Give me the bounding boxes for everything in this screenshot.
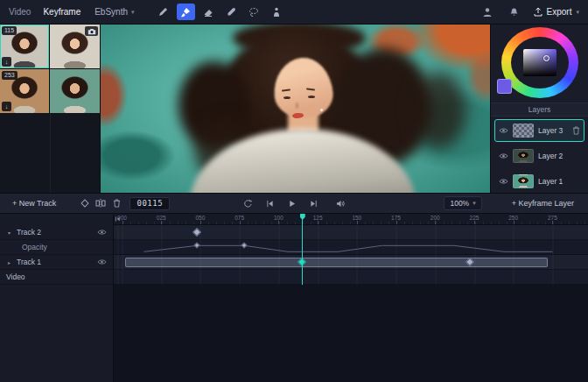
ruler-tick: 250 [514, 214, 553, 224]
keyframe-thumbnail[interactable]: 253 ↓ [0, 69, 49, 113]
eraser-tool-button[interactable] [200, 4, 218, 20]
track-visibility-button[interactable] [97, 258, 107, 265]
lasso-icon [248, 7, 259, 18]
prev-frame-button[interactable] [263, 195, 276, 211]
saturation-value-square[interactable] [523, 49, 556, 76]
keyframe-thumbnail[interactable]: 115 ↓ [0, 25, 49, 68]
track1-clip[interactable] [125, 258, 548, 267]
split-clip-button[interactable] [93, 195, 108, 211]
opacity-row[interactable] [114, 240, 588, 255]
layer-thumbnail [513, 124, 534, 138]
layer-name: Layer 1 [538, 177, 563, 186]
timeline-ruler[interactable]: 000 025 050 075 100 125 150 175 200 225 … [114, 214, 588, 225]
trash-icon [572, 126, 580, 135]
keyframe-diamond-icon [80, 198, 90, 209]
loop-icon [243, 199, 253, 209]
lasso-tool-button[interactable] [245, 4, 263, 20]
canvas-viewport[interactable] [101, 25, 490, 193]
tab-keyframe[interactable]: Keyframe [43, 7, 80, 17]
ruler-tick: 275 [552, 214, 588, 224]
skip-forward-icon [310, 200, 318, 208]
play-button[interactable] [285, 195, 298, 211]
eye-icon [97, 258, 107, 265]
ruler-tick: 175 [396, 214, 436, 224]
add-keyframe-button[interactable] [77, 195, 93, 211]
tab-video[interactable]: Video [9, 7, 31, 17]
export-button[interactable]: Export ▾ [534, 7, 579, 17]
eyedropper-icon [226, 7, 236, 18]
zoom-value: 100% [450, 199, 469, 208]
timeline-zoom-select[interactable]: 100% ▾ [444, 196, 481, 210]
upload-icon [534, 7, 542, 17]
layer-row[interactable]: Layer 3 [494, 119, 584, 142]
ruler-tick: 225 [474, 214, 514, 224]
timeline-empty-area [114, 285, 588, 382]
frame-counter[interactable]: 00115 [130, 197, 170, 210]
caret-right-icon[interactable]: ▸ [6, 259, 12, 265]
video-row[interactable] [114, 270, 588, 285]
color-picker-handle[interactable] [543, 55, 550, 61]
delete-layer-button[interactable] [572, 126, 580, 135]
frame-number-badge: 253 [2, 71, 18, 80]
top-toolbar: Video Keyframe EbSynth ▾ Export ▾ [0, 0, 588, 25]
pose-icon [271, 7, 282, 18]
layer-visibility-button[interactable] [499, 152, 508, 159]
new-track-button[interactable]: + New Track [7, 199, 61, 208]
ruler-tick: 050 [200, 214, 240, 224]
engine-select[interactable]: EbSynth ▾ [94, 7, 134, 17]
canvas-artwork [412, 72, 466, 149]
ruler-tick: 200 [435, 214, 474, 224]
download-button[interactable]: ↓ [2, 102, 11, 111]
layer-visibility-button[interactable] [499, 127, 508, 134]
track-visibility-button[interactable] [97, 229, 107, 236]
chevron-down-icon: ▾ [472, 200, 476, 207]
timeline-track-labels: ▾ Track 2 Opacity ▸ Track 1 Video [0, 214, 114, 382]
brush-tool-button[interactable] [177, 4, 195, 20]
frame-number-badge: 115 [2, 26, 17, 35]
pencil-tool-button[interactable] [154, 4, 172, 20]
caret-down-icon[interactable]: ▾ [6, 230, 12, 236]
pose-tool-button[interactable] [268, 4, 286, 20]
playback-controls-bar: + New Track 00115 100% ▾ + Keyframe Laye… [0, 193, 588, 214]
ruler-tick: 075 [240, 214, 279, 224]
layer-visibility-button[interactable] [499, 178, 508, 185]
export-label: Export [547, 7, 572, 17]
track-name: Track 2 [17, 228, 41, 237]
track-label-row-video[interactable]: Video [0, 270, 113, 285]
keyframe-thumbnail-grid: 115 ↓ 253 ↓ [0, 25, 100, 113]
track1-row[interactable] [114, 255, 588, 270]
right-panel: Layers Layer 3 Layer 2 Layer 1 [490, 25, 588, 193]
keyframe-diamond[interactable] [192, 228, 201, 237]
camera-icon [88, 28, 96, 35]
eraser-icon [203, 7, 214, 18]
notifications-button[interactable] [507, 4, 522, 20]
layer-row[interactable]: Layer 2 [494, 145, 584, 167]
keyframe-layer-button[interactable]: + Keyframe Layer [507, 199, 579, 208]
layer-row[interactable]: Layer 1 [494, 170, 584, 193]
loop-button[interactable] [242, 195, 254, 211]
tool-group [154, 4, 286, 20]
keyframe-thumbnail[interactable] [50, 25, 100, 68]
track-label-row-track1[interactable]: ▸ Track 1 [0, 255, 113, 270]
timeline: ▾ Track 2 Opacity ▸ Track 1 Video 000 02… [0, 214, 588, 382]
volume-icon [336, 200, 346, 208]
delete-button[interactable] [108, 195, 124, 211]
pencil-icon [158, 7, 168, 18]
eyedropper-tool-button[interactable] [222, 4, 241, 20]
track-label-row-track2[interactable]: ▾ Track 2 [0, 225, 113, 240]
user-account-button[interactable] [480, 4, 495, 20]
current-color-swatch[interactable] [497, 79, 512, 94]
track2-row[interactable] [114, 225, 588, 240]
brush-icon [180, 7, 191, 18]
next-frame-button[interactable] [307, 195, 319, 211]
track-label-row-opacity[interactable]: Opacity [0, 240, 113, 255]
timeline-rows [114, 225, 588, 285]
download-button[interactable]: ↓ [2, 57, 11, 67]
keyframe-thumbnail[interactable] [50, 69, 100, 113]
mute-button[interactable] [334, 195, 346, 211]
playhead[interactable] [302, 214, 303, 285]
ruler-tick: 025 [161, 214, 200, 224]
opacity-envelope [114, 240, 588, 255]
timeline-body: 000 025 050 075 100 125 150 175 200 225 … [114, 214, 588, 382]
topbar-right-group: Export ▾ [480, 4, 579, 20]
